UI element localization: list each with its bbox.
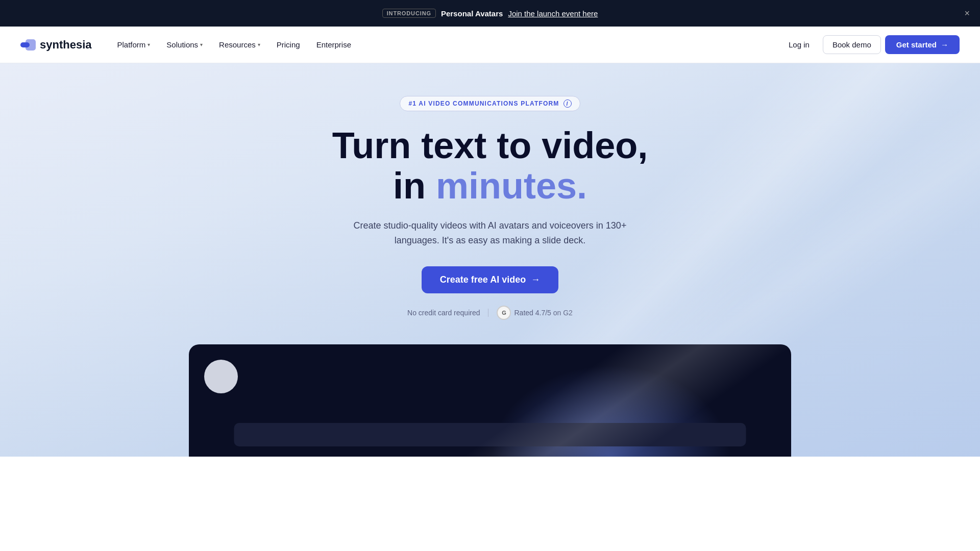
nav-item-platform[interactable]: Platform ▾ xyxy=(110,36,158,53)
hero-title-in: in xyxy=(393,165,436,206)
get-started-arrow-icon: → xyxy=(941,40,948,49)
nav-pricing-label: Pricing xyxy=(277,40,300,49)
cta-arrow-icon: → xyxy=(531,274,540,285)
nav-platform-label: Platform xyxy=(117,40,146,49)
nav-right: Log in Book demo Get started → xyxy=(779,35,960,54)
hero-title-line1: Turn text to video, xyxy=(332,125,648,166)
logo[interactable]: synthesia xyxy=(20,38,92,52)
divider xyxy=(488,309,488,317)
avatar xyxy=(204,360,238,393)
create-free-video-button[interactable]: Create free AI video → xyxy=(422,266,558,293)
introducing-badge: INTRODUCING xyxy=(382,9,436,18)
login-button[interactable]: Log in xyxy=(779,36,819,54)
nav-item-solutions[interactable]: Solutions ▾ xyxy=(159,36,210,53)
nav-item-enterprise[interactable]: Enterprise xyxy=(309,36,358,53)
announcement-close-button[interactable]: × xyxy=(964,9,970,18)
hero-title: Turn text to video, in minutes. xyxy=(332,126,648,206)
g2-icon: G xyxy=(497,306,511,320)
announcement-bar: INTRODUCING Personal Avatars Join the la… xyxy=(0,0,980,27)
g2-rating: G Rated 4.7/5 on G2 xyxy=(497,306,572,320)
badge-text: #1 AI VIDEO COMMUNICATIONS PLATFORM xyxy=(408,100,559,107)
platform-chevron-icon: ▾ xyxy=(148,42,150,47)
nav-resources-label: Resources xyxy=(219,40,256,49)
video-input-bar xyxy=(234,423,746,446)
no-credit-card-text: No credit card required xyxy=(407,309,480,317)
hero-subtitle: Create studio-quality videos with AI ava… xyxy=(347,218,633,248)
solutions-chevron-icon: ▾ xyxy=(200,42,203,47)
social-proof: No credit card required G Rated 4.7/5 on… xyxy=(407,306,573,320)
announcement-main-text: Personal Avatars xyxy=(441,9,503,18)
nav-enterprise-label: Enterprise xyxy=(316,40,351,49)
info-icon[interactable]: i xyxy=(564,99,572,108)
cta-label: Create free AI video xyxy=(440,274,526,285)
nav-solutions-label: Solutions xyxy=(166,40,198,49)
logo-icon xyxy=(20,39,36,51)
book-demo-button[interactable]: Book demo xyxy=(823,35,881,54)
svg-rect-1 xyxy=(26,39,36,51)
get-started-label: Get started xyxy=(896,40,937,49)
nav-left: synthesia Platform ▾ Solutions ▾ Resourc… xyxy=(20,36,358,53)
nav-items: Platform ▾ Solutions ▾ Resources ▾ Prici… xyxy=(110,36,359,53)
nav-item-pricing[interactable]: Pricing xyxy=(270,36,307,53)
hero-section: #1 AI VIDEO COMMUNICATIONS PLATFORM i Tu… xyxy=(0,63,980,457)
logo-text: synthesia xyxy=(40,38,92,52)
platform-badge: #1 AI VIDEO COMMUNICATIONS PLATFORM i xyxy=(400,96,580,111)
video-card xyxy=(189,344,791,457)
main-nav: synthesia Platform ▾ Solutions ▾ Resourc… xyxy=(0,27,980,63)
hero-title-highlight: minutes. xyxy=(436,165,587,206)
get-started-button[interactable]: Get started → xyxy=(885,35,960,54)
resources-chevron-icon: ▾ xyxy=(258,42,260,47)
g2-text: Rated 4.7/5 on G2 xyxy=(514,309,572,317)
nav-item-resources[interactable]: Resources ▾ xyxy=(212,36,267,53)
launch-event-link[interactable]: Join the launch event here xyxy=(508,9,598,18)
